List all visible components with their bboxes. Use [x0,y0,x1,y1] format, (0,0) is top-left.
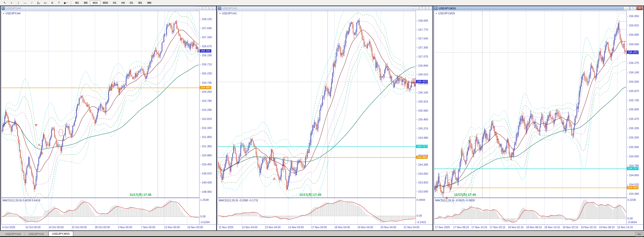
minimize-button[interactable]: — [413,7,419,10]
window-titlebar[interactable]: USDJPY,H4 — □ × [1,6,216,10]
macd-scale-tick: 0.00 [627,217,633,220]
price-tick: 155.200 [627,136,639,139]
price-tick: 156.610 [416,73,428,76]
timeframe-m15-button[interactable]: M15 [90,0,100,5]
price-chart-canvas[interactable] [434,11,626,224]
restore-button[interactable]: □ [203,7,209,10]
time-marker-label: 11/17(月) 17:45 [299,193,321,197]
tab-separator: | [24,232,25,235]
current-price-flag: 156.432 [200,49,211,53]
minimize-button[interactable]: — [196,7,202,10]
close-button[interactable]: × [426,7,432,10]
price-tick: 156.195 [200,54,212,57]
shapes-icon[interactable]: ◆▼ [62,0,69,5]
time-tick: 20 Nov 04:00 [381,226,396,229]
toolbar-grip[interactable] [70,1,71,5]
tab-scroll-right-icon[interactable]: ▶ [640,233,641,235]
price-tick: 155.230 [200,72,212,75]
symbol-label[interactable]: ▼USDJPY,H1 [219,12,237,15]
time-tick: 7 Nov 00:00 [141,226,155,229]
timeframe-group: M1M5M15M30H1H4D1W1MN [73,0,154,5]
timeframe-w1-button[interactable]: W1 [136,0,145,5]
price-tick: 156.840 [416,64,428,67]
orange-level-price-flag: 154.480 [200,86,211,89]
time-tick: 18 Nov 08:15 [526,226,542,229]
close-button[interactable]: × [637,7,642,10]
fibonacci-icon[interactable]: ≡F [42,0,49,5]
price-axis[interactable]: 158.005157.770157.540157.305157.075156.8… [416,11,432,224]
timeframe-d1-button[interactable]: D1 [127,0,136,5]
text-icon[interactable]: A [49,0,56,5]
vertical-line-icon[interactable]: | [15,0,22,5]
price-tick: 156.545 [627,43,639,46]
time-marker-label: 11/17(月) 17:45 [454,193,476,197]
time-tick: 28 Oct 00:00 [95,226,110,229]
window-title: USDJPY,M15 [439,7,623,10]
time-axis[interactable]: 17 Nov 202517 Nov 08:1517 Nov 14:1517 No… [434,224,643,230]
timeframe-h4-button[interactable]: H4 [119,0,127,5]
price-axis[interactable]: 156.950156.815156.680156.545156.410156.2… [627,11,643,224]
timeframe-m1-button[interactable]: M1 [73,0,82,5]
restore-button[interactable]: □ [630,7,636,10]
price-tick: 154.285 [416,163,428,166]
equidistant-channel-icon[interactable]: ∥E [35,0,42,5]
trendline-icon[interactable]: / [28,0,35,5]
price-tick: 155.335 [627,127,639,130]
price-tick: 155.680 [416,109,428,112]
price-chart-canvas[interactable] [2,11,199,224]
tab-usdjpy-m15[interactable]: USDJPY,M15 [49,231,73,236]
price-tick: 151.365 [200,145,212,148]
chevron-down-icon: ▼ [435,13,437,14]
time-tick: 18 Nov 14:15 [544,226,560,229]
time-axis[interactable]: 6 Oct 202510 Oct 00:0016 Oct 00:0022 Oct… [1,224,216,230]
price-tick: 155.735 [627,99,639,102]
macd-scale-tick: -0.0634 [627,221,637,224]
chart-plot-area[interactable]: ▼USDJPY,H4 MACD(12,26,9) 0.4228 0.6418 1… [1,11,199,224]
price-tick: 154.525 [627,183,639,186]
chevron-down-icon: ▼ [3,13,5,14]
tab-scroll-buttons[interactable]: ◀ ▶ [635,232,643,236]
price-tick: 155.450 [416,118,428,121]
price-tick: 153.780 [200,99,212,102]
chart-client-area: ▼USDJPY,M15 MACD(12,26,9) -0.0625 -0.082… [433,10,643,230]
macd-scale-tick: 0.4944 [417,198,425,201]
price-tick: 158.005 [416,19,428,22]
tab-usdjpy-h4[interactable]: USDJPY,H4 [2,231,24,236]
timeframe-mn-button[interactable]: MN [145,0,154,5]
dropdown-arrow-icon[interactable]: ▼ [66,2,68,4]
price-axis[interactable]: 158.125157.645157.160156.675156.195155.7… [199,11,216,224]
symbol-label[interactable]: ▼USDJPY,M15 [435,12,455,15]
crosshair-icon[interactable]: + [8,0,15,5]
cursor-icon[interactable]: ↖ [1,0,8,5]
price-tick: 154.980 [416,136,428,139]
tab-usdjpy-h1[interactable]: USDJPY,H1 [25,231,48,236]
price-tick: 150.880 [200,154,212,157]
time-axis[interactable]: 11 Nov 202512 Nov 04:0013 Nov 04:0014 No… [218,224,432,230]
window-titlebar[interactable]: USDJPY,M15 — □ × [433,6,643,10]
chart-plot-area[interactable]: ▼USDJPY,H1 MACD(12,26,9) -0.2080 -0.1711… [218,11,416,224]
time-tick: 18 Nov 20:15 [562,226,578,229]
top-toolbar: ↖+|—/∥E≡FAT◆▼ M1M5M15M30H1H4D1W1MN [0,0,644,6]
tab-scroll-left-icon[interactable]: ◀ [637,233,639,235]
price-tick: 157.770 [416,28,428,31]
price-tick: 153.820 [416,181,428,184]
symbol-label[interactable]: ▼USDJPY,H4 [3,12,20,15]
chart-client-area: ▼USDJPY,H4 MACD(12,26,9) 0.4228 0.6418 1… [1,10,216,230]
timeframe-h1-button[interactable]: H1 [110,0,119,5]
horizontal-line-icon[interactable]: — [22,0,28,5]
timeframe-m5-button[interactable]: M5 [82,0,90,5]
restore-button[interactable]: □ [419,7,425,10]
timeframe-m30-button[interactable]: M30 [100,0,110,5]
window-titlebar[interactable]: USDJPY,H1 — □ × [217,6,432,10]
close-button[interactable]: × [210,7,215,10]
time-tick: 14 Nov 04:00 [288,226,304,229]
price-tick: 155.870 [627,89,639,92]
price-tick: 154.260 [200,90,212,93]
minimize-button[interactable]: — [624,7,629,10]
time-tick: 17 Nov 20:15 [490,226,505,229]
tab-separator: | [48,232,48,235]
price-chart-canvas[interactable] [218,11,416,224]
label-icon[interactable]: T [56,0,62,5]
orange-level-price-flag: 154.480 [416,156,428,159]
chart-plot-area[interactable]: ▼USDJPY,M15 MACD(12,26,9) -0.0625 -0.082… [434,11,627,224]
